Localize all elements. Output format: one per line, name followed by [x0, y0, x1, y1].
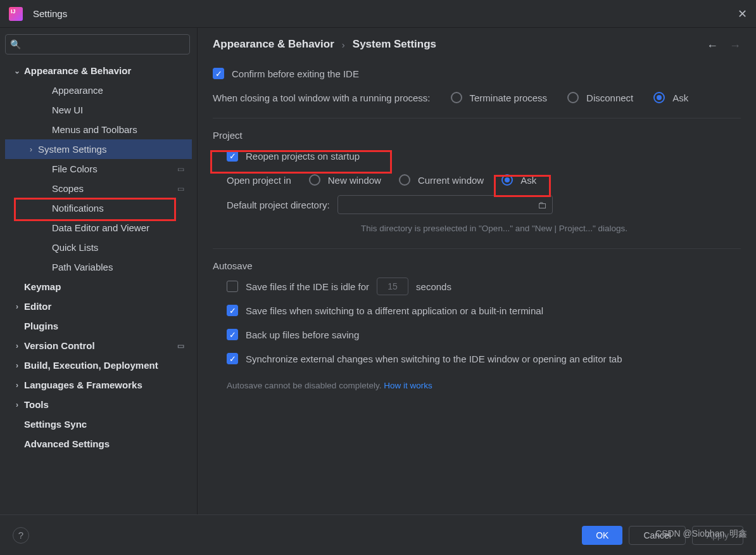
window-title: Settings	[33, 8, 67, 19]
idle-suffix: seconds	[416, 281, 451, 292]
tree-item-menus-and-toolbars[interactable]: Menus and Toolbars	[5, 120, 192, 139]
tree-item-label: Scopes	[52, 183, 177, 194]
idle-save-checkbox[interactable]	[227, 281, 238, 292]
folder-icon[interactable]: 🗀	[538, 200, 547, 210]
tree-item-settings-sync[interactable]: Settings Sync	[5, 414, 192, 434]
how-it-works-link[interactable]: How it works	[384, 381, 432, 390]
breadcrumb-separator: ›	[342, 39, 345, 50]
current-window-label: Current window	[418, 175, 484, 186]
tree-item-keymap[interactable]: Keymap	[5, 277, 192, 297]
save-switch-checkbox[interactable]: ✓	[227, 305, 238, 316]
tree-item-build-execution-deployment[interactable]: ›Build, Execution, Deployment	[5, 355, 192, 375]
save-switch-label: Save files when switching to a different…	[246, 305, 543, 316]
tree-item-scopes[interactable]: Scopes▭	[5, 179, 192, 198]
tree-item-label: Plugins	[24, 321, 187, 331]
tree-item-advanced-settings[interactable]: Advanced Settings	[5, 434, 192, 454]
tree-item-system-settings[interactable]: ›System Settings	[5, 139, 192, 159]
tree-item-label: System Settings	[38, 144, 187, 155]
tree-item-label: Notifications	[52, 203, 187, 214]
apply-button[interactable]: Apply	[692, 526, 743, 545]
ask-open-radio[interactable]	[501, 174, 513, 186]
backup-checkbox[interactable]: ✓	[227, 329, 238, 340]
tree-item-label: Keymap	[24, 281, 187, 292]
terminate-radio[interactable]	[451, 92, 462, 103]
tree-item-data-editor-and-viewer[interactable]: Data Editor and Viewer	[5, 218, 192, 238]
default-dir-hint: This directory is preselected in "Open..…	[361, 224, 627, 233]
breadcrumb-part: System Settings	[353, 38, 436, 51]
tree-item-path-variables[interactable]: Path Variables	[5, 257, 192, 277]
settings-tree: ⌄Appearance & BehaviorAppearanceNew UIMe…	[5, 61, 192, 454]
sync-label: Synchronize external changes when switch…	[246, 354, 622, 364]
close-icon[interactable]: ✕	[738, 7, 747, 21]
nav-arrows: ← →	[707, 39, 741, 53]
footer: ? OK Cancel Apply	[0, 514, 756, 555]
tree-item-label: Path Variables	[52, 262, 187, 272]
main-panel: Appearance & Behavior › System Settings …	[198, 28, 756, 514]
tree-item-label: File Colors	[52, 163, 177, 174]
project-scope-icon: ▭	[177, 184, 184, 193]
reopen-label: Reopen projects on startup	[246, 151, 360, 162]
tree-item-label: Tools	[24, 399, 187, 410]
tree-item-label: Languages & Frameworks	[24, 380, 187, 390]
terminate-label: Terminate process	[470, 92, 548, 103]
chevron-down-icon: ⌄	[10, 67, 24, 75]
tree-item-label: Appearance & Behavior	[24, 65, 187, 76]
current-window-radio[interactable]	[399, 174, 410, 186]
tree-item-file-colors[interactable]: File Colors▭	[5, 159, 192, 179]
tree-item-quick-lists[interactable]: Quick Lists	[5, 238, 192, 257]
tree-item-label: Editor	[24, 301, 187, 312]
tree-item-languages-frameworks[interactable]: ›Languages & Frameworks	[5, 375, 192, 395]
disconnect-radio[interactable]	[567, 92, 579, 103]
idle-seconds-input[interactable]	[377, 278, 408, 295]
ask-close-radio[interactable]	[653, 92, 665, 103]
confirm-exit-checkbox[interactable]: ✓	[213, 68, 224, 79]
search-input[interactable]	[5, 34, 190, 54]
tree-item-label: Version Control	[24, 340, 177, 351]
sync-checkbox[interactable]: ✓	[227, 353, 238, 364]
ok-button[interactable]: OK	[582, 526, 622, 545]
tree-item-appearance-behavior[interactable]: ⌄Appearance & Behavior	[5, 61, 192, 80]
app-icon	[9, 7, 23, 21]
disconnect-label: Disconnect	[586, 92, 633, 103]
help-button[interactable]: ?	[13, 527, 29, 544]
tree-item-label: New UI	[52, 105, 187, 115]
chevron-right-icon: ›	[10, 302, 24, 311]
default-dir-label: Default project directory:	[227, 200, 330, 210]
tree-item-tools[interactable]: ›Tools	[5, 395, 192, 414]
autosave-section-title: Autosave	[213, 260, 741, 271]
tree-item-notifications[interactable]: Notifications	[5, 198, 192, 218]
forward-icon: →	[729, 39, 741, 53]
tree-item-label: Menus and Toolbars	[52, 124, 187, 135]
tree-item-label: Quick Lists	[52, 242, 187, 253]
tree-item-label: Build, Execution, Deployment	[24, 360, 187, 371]
tree-item-new-ui[interactable]: New UI	[5, 100, 192, 120]
tree-item-version-control[interactable]: ›Version Control▭	[5, 336, 192, 355]
close-tool-label: When closing a tool window with a runnin…	[213, 92, 431, 103]
breadcrumb-part: Appearance & Behavior	[213, 38, 334, 51]
tree-item-plugins[interactable]: Plugins	[5, 316, 192, 336]
titlebar: Settings ✕	[0, 0, 756, 28]
project-section-title: Project	[213, 130, 741, 141]
open-in-label: Open project in	[227, 175, 291, 186]
tree-item-label: Settings Sync	[24, 419, 187, 430]
confirm-exit-label: Confirm before exiting the IDE	[232, 68, 359, 79]
tree-item-appearance[interactable]: Appearance	[5, 80, 192, 100]
tree-item-label: Appearance	[52, 85, 187, 96]
idle-prefix: Save files if the IDE is idle for	[246, 281, 369, 292]
chevron-right-icon: ›	[10, 381, 24, 390]
project-scope-icon: ▭	[177, 165, 184, 174]
ask-close-label: Ask	[672, 92, 688, 103]
chevron-right-icon: ›	[10, 361, 24, 370]
tree-item-label: Data Editor and Viewer	[52, 222, 187, 233]
tree-item-label: Advanced Settings	[24, 438, 187, 449]
default-dir-input[interactable]: 🗀	[337, 195, 553, 214]
cancel-button[interactable]: Cancel	[629, 526, 686, 545]
tree-item-editor[interactable]: ›Editor	[5, 297, 192, 316]
chevron-right-icon: ›	[10, 400, 24, 409]
reopen-checkbox[interactable]: ✓	[227, 150, 238, 162]
new-window-radio[interactable]	[309, 174, 320, 186]
backup-label: Back up files before saving	[246, 329, 359, 340]
new-window-label: New window	[328, 175, 381, 186]
back-icon[interactable]: ←	[707, 39, 718, 53]
chevron-right-icon: ›	[10, 341, 24, 350]
